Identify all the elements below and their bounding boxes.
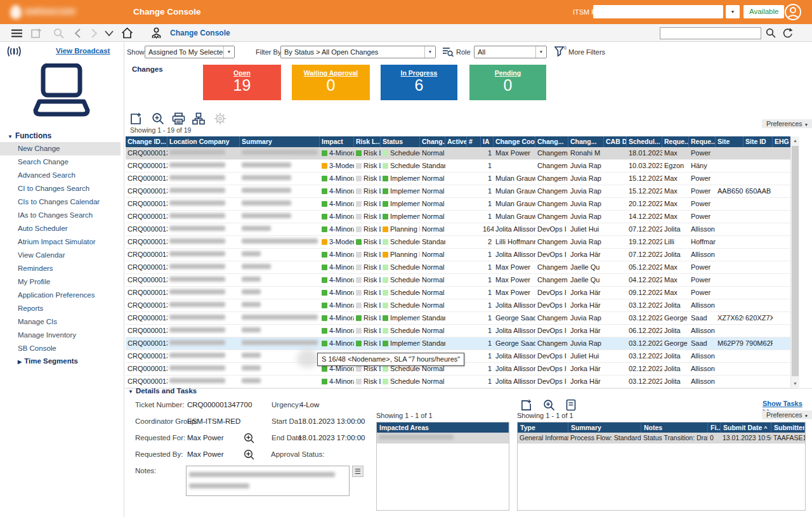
tasks-preferences-button[interactable]: Preferences▼ <box>762 410 812 419</box>
column-header[interactable]: Change Coo... <box>494 136 535 147</box>
global-search-dropdown-button[interactable]: ▼ <box>726 5 740 18</box>
sidebar-item-search-change[interactable]: Search Change <box>0 155 121 169</box>
table-row[interactable]: CRQ000001334-Minor/Risk LScheduledNormal… <box>126 261 790 274</box>
column-header[interactable]: Site <box>716 136 743 147</box>
show-select[interactable]: Assigned To My Selected Grou...▼ <box>145 46 235 58</box>
table-row[interactable]: CRQ000001333-ModeraRisk LScheduledStanda… <box>126 236 790 249</box>
tasks-column-header[interactable]: Type <box>518 422 568 433</box>
user-avatar-icon[interactable] <box>784 3 802 23</box>
sidebar-item-auto-scheduler[interactable]: Auto Scheduler <box>0 222 121 235</box>
card-in-progress[interactable]: In Progress6 <box>381 65 457 100</box>
column-header[interactable]: Summary <box>240 136 320 147</box>
tasks-column-header[interactable]: Notes <box>641 422 708 433</box>
back-chevron-icon[interactable] <box>71 27 84 39</box>
column-header[interactable]: Schedul... <box>627 136 662 147</box>
filter-by-select[interactable]: By Status > All Open Changes▼ <box>280 46 436 58</box>
impacted-areas-column-header[interactable]: Impacted Areas <box>377 422 509 433</box>
tasks-column-header[interactable]: Fi... <box>708 422 721 433</box>
column-header[interactable]: CAB D... <box>604 136 627 147</box>
lookup-requested-by-icon[interactable] <box>244 449 254 462</box>
sidebar-item-sb-console[interactable]: SB Console <box>0 342 121 355</box>
sidebar-item-manage-inventory[interactable]: Manage Inventory <box>0 329 121 342</box>
task-report-icon[interactable] <box>563 398 579 412</box>
sidebar-item-time-segments[interactable]: ▶Time Segments <box>18 357 78 365</box>
forward-chevron-icon[interactable] <box>88 27 100 39</box>
sidebar-item-manage-cis[interactable]: Manage CIs <box>0 315 121 329</box>
column-header[interactable]: Impact <box>320 136 354 147</box>
notes-textarea[interactable] <box>186 466 350 496</box>
notes-menu-button[interactable]: ☰ <box>352 466 363 477</box>
column-header[interactable]: EHG <box>773 136 790 147</box>
column-header[interactable]: Reque... <box>689 136 716 147</box>
funnel-icon[interactable]: 0 <box>554 46 567 60</box>
sidebar-item-advanced-search[interactable]: Advanced Search <box>0 169 121 182</box>
scroll-up-arrow[interactable]: ▲ <box>791 136 799 145</box>
search-icon[interactable] <box>52 27 65 39</box>
column-header[interactable]: Chang... <box>568 136 604 147</box>
scrollbar-thumb[interactable] <box>792 146 799 376</box>
sidebar-item-view-calendar[interactable]: View Calendar <box>0 249 121 262</box>
sidebar-item-ci-to-changes-search[interactable]: CI to Changes Search <box>0 182 121 195</box>
table-row[interactable]: CRQ000001334-Minor/Risk LPlanning In FNo… <box>126 223 790 236</box>
card-open[interactable]: Open19 <box>203 65 281 100</box>
grid-preferences-button[interactable]: Preferences▼ <box>762 119 812 128</box>
table-row[interactable]: CRQ000001344-Minor/Risk LImplementaNorma… <box>126 211 790 223</box>
column-header[interactable]: Site ID <box>743 136 773 147</box>
table-row[interactable]: CRQ000001334-Minor/Risk LImplementaStand… <box>126 337 790 350</box>
vertical-scrollbar[interactable]: ▲ ▼ <box>790 136 799 388</box>
sidebar-item-reports[interactable]: Reports <box>0 302 121 315</box>
hamburger-menu-icon[interactable] <box>10 27 23 39</box>
process-flow-icon[interactable] <box>191 112 206 126</box>
task-row[interactable]: General InformatProcess Flow: Standard F… <box>518 433 805 443</box>
details-section-header[interactable]: ▼Details and Tasks <box>128 387 197 395</box>
table-row[interactable]: CRQ000001334-Minor/Risk LScheduledNormal… <box>126 325 790 337</box>
sidebar-item-my-profile[interactable]: My Profile <box>0 275 121 289</box>
sidebar-item-new-change[interactable]: New Change <box>0 142 121 155</box>
table-row[interactable]: CRQ000001344-Minor/Risk LImplementaNorma… <box>126 185 790 198</box>
table-row[interactable]: CRQ000001344-Minor/Risk LImplementaNorma… <box>126 173 790 185</box>
column-header[interactable]: Change ID... <box>126 136 167 147</box>
settings-gear-icon[interactable] <box>213 112 228 126</box>
console-search-input[interactable] <box>660 27 761 39</box>
table-row[interactable]: CRQ000001334-Minor/Risk LImplementaStand… <box>126 312 790 325</box>
sidebar-item-reminders[interactable]: Reminders <box>0 262 121 275</box>
new-window-icon[interactable] <box>30 27 43 39</box>
table-row[interactable]: CRQ000001334-Minor/Risk LScheduledNormal… <box>126 376 790 388</box>
column-header[interactable]: Chang... <box>535 136 568 147</box>
chevron-down-icon[interactable] <box>103 27 115 39</box>
card-waiting-approval[interactable]: Waiting Approval0 <box>292 65 370 100</box>
table-row[interactable]: CRQ000001334-Minor/Risk LScheduledNormal… <box>126 299 790 312</box>
sidebar-item-atrium-impact-simulator[interactable]: Atrium Impact Simulator <box>0 235 121 249</box>
table-row[interactable]: CRQ000001344-Minor/Risk LImplementaNorma… <box>126 198 790 211</box>
lookup-requested-for-icon[interactable] <box>244 433 254 446</box>
more-filters-button[interactable]: More Filters <box>568 48 605 56</box>
sidebar-item-ias-to-changes-search[interactable]: IAs to Changes Search <box>0 209 121 222</box>
tasks-column-header[interactable]: Summary <box>568 422 641 433</box>
sidebar-item-cis-to-changes-calendar[interactable]: CIs to Changes Calendar <box>0 195 121 209</box>
availability-button[interactable]: Available <box>743 5 784 18</box>
global-search-input[interactable] <box>593 5 723 18</box>
column-header[interactable]: # <box>467 136 481 147</box>
manage-filters-icon[interactable] <box>442 47 454 60</box>
column-header[interactable]: Reque... <box>662 136 689 147</box>
scroll-down-arrow[interactable]: ▼ <box>791 379 799 388</box>
breadcrumb[interactable]: Change Console <box>170 29 230 37</box>
table-row[interactable]: CRQ000001334-Minor/Risk LPlanning In FNo… <box>126 249 790 261</box>
table-row[interactable]: CRQ000001344-Minor/Risk LScheduledNormal… <box>126 147 790 160</box>
new-task-icon[interactable] <box>519 398 534 412</box>
column-header[interactable]: Active ... <box>445 136 467 147</box>
column-header[interactable]: Chang... <box>420 136 445 147</box>
role-select[interactable]: All▼ <box>474 46 547 58</box>
tasks-column-header[interactable]: Submitter <box>771 422 805 433</box>
column-header[interactable]: IA <box>481 136 494 147</box>
tasks-column-header[interactable]: Submit Date^ <box>721 422 771 433</box>
table-row[interactable]: CRQ000001343-ModeraRisk LScheduledStanda… <box>126 160 790 173</box>
run-search-icon[interactable] <box>764 27 777 39</box>
table-row[interactable]: CRQ000001334-Minor/Risk LScheduledNormal… <box>126 274 790 287</box>
print-icon[interactable] <box>171 112 186 126</box>
table-row[interactable]: CRQ000001334-Minor/Risk LScheduledNormal… <box>126 287 790 299</box>
card-pending[interactable]: Pending0 <box>469 65 546 100</box>
support-agent-icon[interactable] <box>150 27 162 39</box>
view-change-icon[interactable] <box>150 112 166 126</box>
refresh-icon[interactable] <box>781 27 794 39</box>
